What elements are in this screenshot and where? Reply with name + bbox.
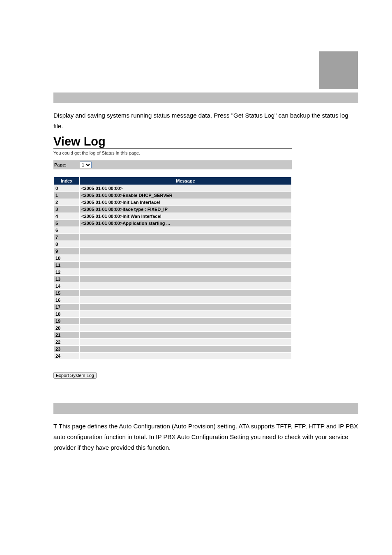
table-row: 9 — [54, 248, 291, 254]
log-index-cell: 9 — [54, 248, 79, 254]
log-message-cell: <2005-01-01 00:00>Init Lan Interface! — [80, 199, 291, 206]
log-message-cell — [80, 255, 291, 261]
log-col-message: Message — [80, 177, 291, 185]
table-row: 5<2005-01-01 00:00>Application starting … — [54, 220, 291, 227]
log-index-cell: 14 — [54, 283, 79, 289]
log-index-cell: 5 — [54, 220, 79, 227]
log-message-cell: <2005-01-01 00:00>Init Wan Interface! — [80, 213, 291, 220]
log-message-cell — [80, 339, 291, 345]
log-index-cell: 2 — [54, 199, 79, 206]
table-row: 8 — [54, 241, 291, 247]
page-corner-block — [319, 51, 358, 89]
log-message-cell — [80, 346, 291, 352]
table-row: 23 — [54, 346, 291, 352]
log-message-cell — [80, 241, 291, 247]
log-index-cell: 4 — [54, 213, 79, 220]
table-row: 24 — [54, 353, 291, 359]
log-message-cell — [80, 269, 291, 275]
log-index-cell: 10 — [54, 255, 79, 261]
page-select[interactable]: 1 — [80, 162, 92, 168]
log-index-cell: 6 — [54, 227, 79, 234]
table-row: 2<2005-01-01 00:00>Init Lan Interface! — [54, 199, 291, 206]
page-selector-row: Page: 1 — [53, 160, 292, 169]
log-index-cell: 20 — [54, 325, 79, 331]
table-row: 16 — [54, 297, 291, 303]
log-col-index: Index — [54, 177, 79, 185]
log-table: Index Message 0<2005-01-01 00:00>1<2005-… — [53, 177, 292, 360]
table-row: 21 — [54, 332, 291, 338]
log-message-cell — [80, 325, 291, 331]
log-index-cell: 22 — [54, 339, 79, 345]
table-row: 20 — [54, 325, 291, 331]
table-row: 14 — [54, 283, 291, 289]
table-row: 13 — [54, 276, 291, 282]
page-label: Page: — [54, 162, 80, 167]
table-row: 4<2005-01-01 00:00>Init Wan Interface! — [54, 213, 291, 220]
log-index-cell: 21 — [54, 332, 79, 338]
table-row: 3<2005-01-01 00:00>Iface type : FIXED_IP — [54, 206, 291, 213]
log-index-cell: 18 — [54, 311, 79, 317]
table-row: 15 — [54, 290, 291, 296]
log-index-cell: 19 — [54, 318, 79, 324]
log-message-cell — [80, 262, 291, 268]
table-row: 6 — [54, 227, 291, 234]
auto-config-intro-text: T This page defines the Auto Configurati… — [53, 421, 358, 453]
table-row: 22 — [54, 339, 291, 345]
log-index-cell: 15 — [54, 290, 79, 296]
log-message-cell — [80, 248, 291, 254]
log-message-cell — [80, 318, 291, 324]
log-index-cell: 1 — [54, 192, 79, 199]
view-log-panel: View Log You could get the log of Status… — [53, 135, 292, 379]
section-heading-bar-1 — [53, 92, 358, 103]
log-index-cell: 24 — [54, 353, 79, 359]
table-row: 19 — [54, 318, 291, 324]
table-row: 10 — [54, 255, 291, 261]
log-index-cell: 16 — [54, 297, 79, 303]
log-index-cell: 17 — [54, 304, 79, 310]
table-row: 0<2005-01-01 00:00> — [54, 185, 291, 192]
log-message-cell — [80, 353, 291, 359]
log-message-cell — [80, 290, 291, 296]
log-message-cell — [80, 234, 291, 240]
log-message-cell: <2005-01-01 00:00> — [80, 185, 291, 192]
log-index-cell: 12 — [54, 269, 79, 275]
table-row: 7 — [54, 234, 291, 240]
log-index-cell: 0 — [54, 185, 79, 192]
table-row: 11 — [54, 262, 291, 268]
log-index-cell: 3 — [54, 206, 79, 213]
table-row: 18 — [54, 311, 291, 317]
log-index-cell: 23 — [54, 346, 79, 352]
log-message-cell — [80, 311, 291, 317]
log-message-cell: <2005-01-01 00:00>Enable DHCP_SERVER — [80, 192, 291, 199]
table-row: 1<2005-01-01 00:00>Enable DHCP_SERVER — [54, 192, 291, 199]
log-index-cell: 7 — [54, 234, 79, 240]
table-row: 17 — [54, 304, 291, 310]
log-message-cell: <2005-01-01 00:00>Iface type : FIXED_IP — [80, 206, 291, 213]
log-message-cell — [80, 332, 291, 338]
log-message-cell — [80, 227, 291, 234]
log-message-cell: <2005-01-01 00:00>Application starting .… — [80, 220, 291, 227]
log-index-cell: 8 — [54, 241, 79, 247]
log-message-cell — [80, 304, 291, 310]
view-log-title: View Log — [53, 135, 292, 149]
section-heading-bar-2 — [53, 403, 358, 414]
log-message-cell — [80, 283, 291, 289]
log-message-cell — [80, 276, 291, 282]
export-system-log-button[interactable]: Export System Log — [53, 372, 97, 379]
view-log-subtitle: You could get the log of Status in this … — [53, 150, 292, 155]
log-index-cell: 13 — [54, 276, 79, 282]
status-log-intro-text: Display and saving systems running statu… — [53, 110, 358, 132]
log-message-cell — [80, 297, 291, 303]
table-row: 12 — [54, 269, 291, 275]
log-index-cell: 11 — [54, 262, 79, 268]
